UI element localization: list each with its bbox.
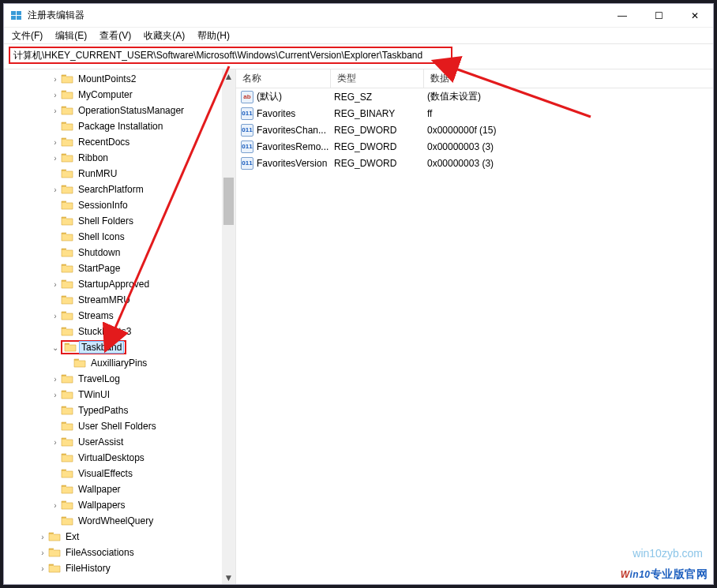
menu-file[interactable]: 文件(F) xyxy=(6,28,49,44)
close-button[interactable]: ✕ xyxy=(677,4,713,28)
tree-item[interactable]: ›WordWheelQuery xyxy=(4,513,235,529)
column-name[interactable]: 名称 xyxy=(236,69,331,88)
folder-icon xyxy=(61,373,73,384)
tree-item[interactable]: ›Shell Folders xyxy=(4,213,235,229)
value-type: REG_DWORD xyxy=(334,158,427,169)
tree-item[interactable]: ›Shutdown xyxy=(4,245,235,260)
tree-item[interactable]: ›Ribbon xyxy=(4,150,235,166)
folder-icon xyxy=(64,342,77,353)
tree-item[interactable]: ›AuxilliaryPins xyxy=(4,355,235,371)
chevron-right-icon[interactable]: › xyxy=(37,564,48,573)
tree-item[interactable]: ›StreamMRU xyxy=(4,292,235,308)
tree-item[interactable]: ›OperationStatusManager xyxy=(4,103,235,118)
tree-item-label: Shell Folders xyxy=(77,215,135,227)
tree-item-label: StuckRects3 xyxy=(77,326,133,337)
column-data[interactable]: 数据 xyxy=(424,69,713,88)
folder-icon xyxy=(61,231,73,242)
tree-item[interactable]: ›VirtualDesktops xyxy=(4,450,235,466)
menu-view[interactable]: 查看(V) xyxy=(93,28,137,44)
tree-item[interactable]: ›Package Installation xyxy=(4,118,235,134)
title-bar[interactable]: 注册表编辑器 — ☐ ✕ xyxy=(4,4,713,28)
column-type[interactable]: 类型 xyxy=(331,69,424,88)
value-type: REG_BINARY xyxy=(334,108,427,119)
chevron-right-icon[interactable]: › xyxy=(37,549,48,557)
maximize-button[interactable]: ☐ xyxy=(640,4,677,28)
tree-item[interactable]: ›Wallpaper xyxy=(4,481,235,497)
chevron-right-icon[interactable]: › xyxy=(50,154,61,163)
menu-favorites[interactable]: 收藏夹(A) xyxy=(137,28,191,44)
tree-scrollbar[interactable]: ▲ ▼ xyxy=(222,69,235,584)
tree-item[interactable]: ›FileHistory xyxy=(4,560,235,576)
tree-item[interactable]: ⌄Taskband xyxy=(4,339,235,355)
chevron-right-icon[interactable]: › xyxy=(50,138,61,147)
tree-item-label: FileHistory xyxy=(64,563,112,574)
tree-item[interactable]: ›Wallpapers xyxy=(4,497,235,513)
chevron-right-icon[interactable]: › xyxy=(50,375,61,384)
chevron-right-icon[interactable]: › xyxy=(50,185,61,194)
list-row[interactable]: 011FavoritesREG_BINARYff xyxy=(236,105,713,122)
tree-item[interactable]: ›StartupApproved xyxy=(4,276,235,292)
tree-item[interactable]: ›StuckRects3 xyxy=(4,324,235,339)
scroll-thumb[interactable] xyxy=(223,178,234,225)
chevron-right-icon[interactable]: › xyxy=(50,391,61,399)
chevron-right-icon[interactable]: › xyxy=(50,501,61,510)
folder-icon xyxy=(48,547,61,558)
menu-help[interactable]: 帮助(H) xyxy=(191,28,236,44)
tree-item[interactable]: ›UserAssist xyxy=(4,434,235,450)
binary-value-icon: 011 xyxy=(241,157,253,170)
chevron-right-icon[interactable]: › xyxy=(37,533,48,541)
list-row[interactable]: 011FavoritesRemo...REG_DWORD0x00000003 (… xyxy=(236,138,713,155)
tree-item[interactable]: ›RecentDocs xyxy=(4,134,235,150)
tree-item-label: TWinUI xyxy=(77,389,111,400)
chevron-right-icon[interactable]: › xyxy=(50,312,61,320)
tree-item[interactable]: ›SearchPlatform xyxy=(4,182,235,197)
tree-item[interactable]: ›MyComputer xyxy=(4,87,235,103)
chevron-right-icon[interactable]: › xyxy=(50,91,61,99)
folder-icon xyxy=(61,168,73,179)
tree-item-label: Ext xyxy=(64,531,81,542)
menu-edit[interactable]: 编辑(E) xyxy=(49,28,93,44)
svg-rect-2 xyxy=(11,16,16,20)
tree-item[interactable]: ›TravelLog xyxy=(4,371,235,387)
app-icon xyxy=(10,9,23,22)
chevron-right-icon[interactable]: › xyxy=(50,107,61,115)
tree-item[interactable]: ›MountPoints2 xyxy=(4,71,235,87)
tree-item[interactable]: ›TWinUI xyxy=(4,387,235,403)
tree-item[interactable]: ›VisualEffects xyxy=(4,466,235,481)
value-name: FavoritesVersion xyxy=(257,158,334,169)
tree-item-label: StartupApproved xyxy=(77,279,151,290)
list-row[interactable]: 011FavoritesChan...REG_DWORD0x0000000f (… xyxy=(236,122,713,138)
list-row[interactable]: 011FavoritesVersionREG_DWORD0x00000003 (… xyxy=(236,155,713,171)
tree-item[interactable]: ›TypedPaths xyxy=(4,403,235,418)
folder-icon xyxy=(61,121,73,132)
chevron-right-icon[interactable]: › xyxy=(50,280,61,289)
value-name: Favorites xyxy=(257,108,334,119)
chevron-right-icon[interactable]: › xyxy=(50,75,61,84)
minimize-button[interactable]: — xyxy=(604,4,640,28)
value-type: REG_DWORD xyxy=(334,125,427,136)
tree-item-label: OperationStatusManager xyxy=(77,105,186,116)
tree-item[interactable]: ›Streams xyxy=(4,308,235,324)
chevron-right-icon[interactable]: › xyxy=(50,438,61,447)
tree-item[interactable]: ›StartPage xyxy=(4,260,235,276)
tree-item-highlight: Taskband xyxy=(61,340,126,354)
window-title: 注册表编辑器 xyxy=(28,9,84,22)
scroll-track[interactable] xyxy=(222,83,235,571)
scroll-up-button[interactable]: ▲ xyxy=(222,69,235,83)
tree-item[interactable]: ›Ext xyxy=(4,529,235,545)
tree-item-label: MyComputer xyxy=(77,89,134,100)
address-input[interactable] xyxy=(13,50,448,61)
list-row[interactable]: ab(默认)REG_SZ(数值未设置) xyxy=(236,88,713,105)
tree-item[interactable]: ›Shell Icons xyxy=(4,229,235,245)
tree-item-label: UserAssist xyxy=(77,436,125,448)
tree-item[interactable]: ›User Shell Folders xyxy=(4,418,235,434)
registry-tree[interactable]: ›MountPoints2›MyComputer›OperationStatus… xyxy=(4,69,235,578)
tree-item[interactable]: ›SessionInfo xyxy=(4,197,235,213)
tree-item-label: Wallpapers xyxy=(77,500,127,511)
tree-item[interactable]: ›RunMRU xyxy=(4,166,235,182)
chevron-down-icon[interactable]: ⌄ xyxy=(50,343,61,352)
tree-item[interactable]: ›FileAssociations xyxy=(4,545,235,560)
value-data: 0x00000003 (3) xyxy=(427,141,713,152)
scroll-down-button[interactable]: ▼ xyxy=(222,571,235,584)
value-data: 0x00000003 (3) xyxy=(427,158,713,169)
